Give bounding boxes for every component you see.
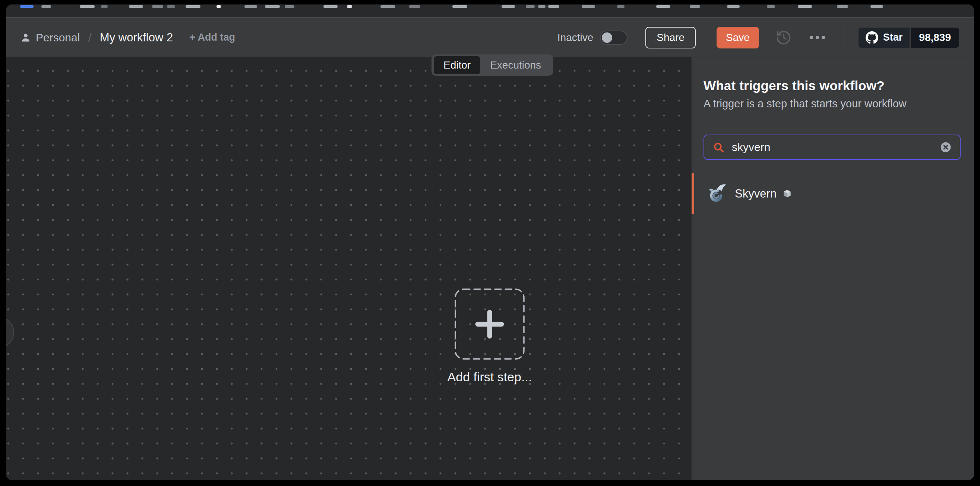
- browser-tab-sliver: [323, 5, 337, 8]
- browser-tab-sliver: [129, 5, 143, 8]
- history-button[interactable]: [775, 29, 792, 46]
- more-options-button[interactable]: [810, 36, 825, 39]
- browser-tab-sliver: [41, 5, 51, 8]
- browser-window: Personal / My workflow 2 + Add tag Inact…: [6, 5, 974, 480]
- workflow-canvas[interactable]: Add first step...: [6, 57, 691, 480]
- search-input[interactable]: [732, 141, 940, 153]
- trigger-panel: What triggers this workflow? A trigger i…: [692, 57, 974, 480]
- ellipsis-icon: [816, 36, 819, 39]
- browser-tab-sliver: [452, 5, 467, 8]
- save-button[interactable]: Save: [717, 27, 759, 48]
- clear-search-button[interactable]: [940, 141, 952, 153]
- browser-tab-sliver: [767, 5, 775, 8]
- result-skyvern[interactable]: Skyvern: [692, 173, 974, 214]
- browser-tab-sliver: [727, 5, 740, 8]
- browser-tab-sliver: [798, 5, 812, 8]
- skyvern-logo-icon: [705, 183, 727, 205]
- add-tag-button[interactable]: + Add tag: [189, 32, 235, 43]
- community-package-icon: [782, 189, 792, 199]
- toggle-knob: [602, 32, 612, 43]
- browser-tab-sliver: [538, 5, 546, 8]
- browser-tab-sliver: [152, 5, 163, 8]
- browser-tab-sliver: [526, 5, 535, 8]
- browser-tab-sliver: [409, 5, 420, 8]
- browser-tab-sliver: [80, 5, 95, 8]
- browser-tab-sliver: [347, 5, 352, 8]
- history-icon: [775, 29, 792, 46]
- browser-tab-sliver: [285, 5, 294, 8]
- add-first-step-button[interactable]: [455, 288, 525, 360]
- activate-toggle[interactable]: [600, 30, 627, 45]
- browser-tab-sliver: [501, 5, 515, 8]
- user-icon: [21, 32, 31, 43]
- search-icon: [713, 141, 724, 153]
- breadcrumb: Personal / My workflow 2 + Add tag: [21, 30, 235, 45]
- search-results: Skyvern: [692, 173, 974, 214]
- panel-subtitle: A trigger is a step that starts your wor…: [703, 98, 961, 110]
- workflow-title[interactable]: My workflow 2: [100, 31, 173, 45]
- browser-tab-sliver: [216, 5, 221, 8]
- sidebar-expand-handle[interactable]: [6, 317, 14, 348]
- share-button[interactable]: Share: [645, 27, 696, 48]
- content-area: Add first step... What triggers this wor…: [6, 57, 974, 480]
- result-accent-bar: [692, 173, 694, 214]
- header-divider: [844, 27, 844, 48]
- browser-tab-sliver: [380, 5, 395, 8]
- browser-tab-sliver: [690, 5, 700, 8]
- panel-title: What triggers this workflow?: [703, 78, 961, 93]
- tab-editor[interactable]: Editor: [434, 56, 480, 74]
- github-icon: [865, 31, 878, 44]
- github-star-widget: Star 98,839: [859, 27, 959, 48]
- clear-icon: [940, 141, 952, 153]
- page: Personal / My workflow 2 + Add tag Inact…: [0, 0, 980, 486]
- browser-tab-sliver: [265, 5, 280, 8]
- workflow-status-label: Inactive: [557, 32, 593, 44]
- header-actions: Inactive Share Save: [557, 27, 959, 48]
- browser-tab-sliver: [101, 5, 108, 8]
- browser-tab-sliver: [582, 5, 595, 8]
- browser-tab-sliver: [245, 5, 257, 8]
- result-name: Skyvern: [735, 187, 776, 201]
- browser-tab-sliver: [656, 5, 670, 8]
- browser-tab-strip: [6, 5, 974, 17]
- browser-tab-sliver: [167, 5, 175, 8]
- browser-tab-sliver: [548, 5, 559, 8]
- github-star-label: Star: [883, 32, 903, 43]
- breadcrumb-project[interactable]: Personal: [36, 31, 80, 44]
- browser-tab-sliver: [870, 5, 883, 8]
- ellipsis-icon: [822, 36, 825, 39]
- browser-tab-sliver: [837, 5, 848, 8]
- ellipsis-icon: [810, 36, 813, 39]
- view-tabs: Editor Executions: [431, 54, 553, 76]
- browser-tab-sliver: [617, 5, 625, 8]
- plus-icon: [474, 309, 505, 340]
- node-search-box: [703, 135, 961, 160]
- github-star-button[interactable]: Star: [859, 27, 910, 48]
- github-star-count[interactable]: 98,839: [911, 27, 959, 48]
- breadcrumb-separator: /: [88, 30, 91, 45]
- workflow-header: Personal / My workflow 2 + Add tag Inact…: [6, 18, 974, 57]
- browser-tab-sliver: [20, 5, 33, 8]
- add-first-step-label: Add first step...: [415, 370, 564, 384]
- browser-tab-sliver: [186, 5, 200, 8]
- tab-executions[interactable]: Executions: [480, 56, 551, 74]
